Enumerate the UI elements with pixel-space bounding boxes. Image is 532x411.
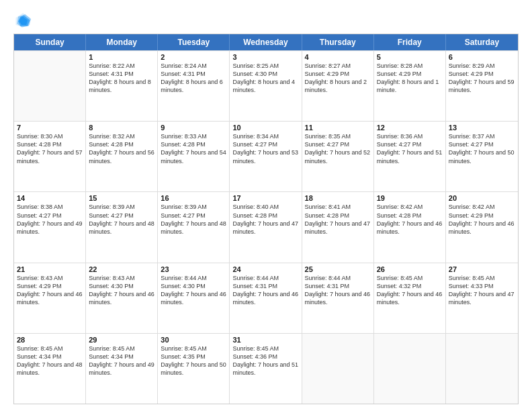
cal-cell: 19Sunrise: 8:42 AMSunset: 4:28 PMDayligh… (374, 192, 446, 262)
cal-cell: 28Sunrise: 8:45 AMSunset: 4:34 PMDayligh… (14, 334, 86, 404)
cell-info: Sunrise: 8:24 AMSunset: 4:31 PMDaylight:… (161, 62, 226, 95)
header-day-thursday: Thursday (302, 34, 374, 50)
day-number: 8 (89, 124, 154, 132)
cal-cell: 23Sunrise: 8:44 AMSunset: 4:30 PMDayligh… (158, 263, 230, 333)
day-number: 13 (449, 124, 515, 132)
cell-info: Sunrise: 8:35 AMSunset: 4:27 PMDaylight:… (305, 132, 371, 165)
day-number: 19 (377, 194, 443, 202)
day-number: 16 (161, 194, 226, 202)
cal-cell: 9Sunrise: 8:33 AMSunset: 4:28 PMDaylight… (158, 122, 230, 191)
cell-info: Sunrise: 8:44 AMSunset: 4:30 PMDaylight:… (161, 274, 226, 307)
day-number: 23 (161, 265, 226, 273)
cell-info: Sunrise: 8:33 AMSunset: 4:28 PMDaylight:… (161, 132, 226, 165)
cell-info: Sunrise: 8:32 AMSunset: 4:28 PMDaylight:… (89, 132, 154, 165)
day-number: 25 (305, 265, 371, 273)
cal-cell: 15Sunrise: 8:39 AMSunset: 4:27 PMDayligh… (86, 192, 158, 262)
cal-cell: 7Sunrise: 8:30 AMSunset: 4:28 PMDaylight… (14, 122, 86, 191)
day-number: 7 (17, 124, 83, 132)
cell-info: Sunrise: 8:45 AMSunset: 4:34 PMDaylight:… (89, 345, 154, 377)
header-day-sunday: Sunday (14, 34, 86, 50)
header-day-wednesday: Wednesday (230, 34, 302, 50)
header (13, 11, 519, 30)
cal-cell: 17Sunrise: 8:40 AMSunset: 4:28 PMDayligh… (230, 192, 302, 262)
day-number: 3 (232, 53, 298, 61)
calendar-header: SundayMondayTuesdayWednesdayThursdayFrid… (14, 34, 518, 50)
cal-cell: 2Sunrise: 8:24 AMSunset: 4:31 PMDaylight… (158, 51, 230, 121)
cell-info: Sunrise: 8:41 AMSunset: 4:28 PMDaylight:… (305, 203, 371, 236)
cell-info: Sunrise: 8:40 AMSunset: 4:28 PMDaylight:… (232, 203, 298, 236)
calendar-page: SundayMondayTuesdayWednesdayThursdayFrid… (0, 0, 532, 411)
day-number: 1 (89, 53, 154, 61)
cal-cell: 13Sunrise: 8:37 AMSunset: 4:27 PMDayligh… (446, 122, 518, 191)
cal-cell: 30Sunrise: 8:45 AMSunset: 4:35 PMDayligh… (158, 334, 230, 404)
day-number: 11 (305, 124, 371, 132)
cal-cell: 16Sunrise: 8:39 AMSunset: 4:27 PMDayligh… (158, 192, 230, 262)
cell-info: Sunrise: 8:22 AMSunset: 4:31 PMDaylight:… (89, 62, 154, 95)
cal-cell: 24Sunrise: 8:44 AMSunset: 4:31 PMDayligh… (230, 263, 302, 333)
cal-cell: 12Sunrise: 8:36 AMSunset: 4:27 PMDayligh… (374, 122, 446, 191)
day-number: 18 (305, 194, 371, 202)
day-number: 17 (232, 194, 298, 202)
day-number: 20 (449, 194, 515, 202)
cell-info: Sunrise: 8:27 AMSunset: 4:29 PMDaylight:… (305, 62, 371, 95)
cal-cell (302, 334, 374, 404)
cal-cell: 11Sunrise: 8:35 AMSunset: 4:27 PMDayligh… (302, 122, 374, 191)
cell-info: Sunrise: 8:29 AMSunset: 4:29 PMDaylight:… (449, 62, 515, 95)
cell-info: Sunrise: 8:42 AMSunset: 4:29 PMDaylight:… (449, 203, 515, 236)
cell-info: Sunrise: 8:25 AMSunset: 4:30 PMDaylight:… (232, 62, 298, 95)
day-number: 5 (377, 53, 443, 61)
cell-info: Sunrise: 8:30 AMSunset: 4:28 PMDaylight:… (17, 132, 83, 165)
calendar: SundayMondayTuesdayWednesdayThursdayFrid… (13, 34, 519, 404)
cal-cell: 10Sunrise: 8:34 AMSunset: 4:27 PMDayligh… (230, 122, 302, 191)
day-number: 30 (161, 336, 226, 344)
day-number: 31 (232, 336, 298, 344)
cell-info: Sunrise: 8:42 AMSunset: 4:28 PMDaylight:… (377, 203, 443, 236)
day-number: 9 (161, 124, 226, 132)
cell-info: Sunrise: 8:37 AMSunset: 4:27 PMDaylight:… (449, 132, 515, 165)
cell-info: Sunrise: 8:34 AMSunset: 4:27 PMDaylight:… (232, 132, 298, 165)
logo (13, 11, 35, 30)
week-row-3: 14Sunrise: 8:38 AMSunset: 4:27 PMDayligh… (14, 191, 518, 262)
cal-cell: 20Sunrise: 8:42 AMSunset: 4:29 PMDayligh… (446, 192, 518, 262)
cell-info: Sunrise: 8:44 AMSunset: 4:31 PMDaylight:… (305, 274, 371, 307)
week-row-1: 1Sunrise: 8:22 AMSunset: 4:31 PMDaylight… (14, 50, 518, 121)
day-number: 14 (17, 194, 83, 202)
cal-cell: 21Sunrise: 8:43 AMSunset: 4:29 PMDayligh… (14, 263, 86, 333)
cal-cell: 25Sunrise: 8:44 AMSunset: 4:31 PMDayligh… (302, 263, 374, 333)
cal-cell: 6Sunrise: 8:29 AMSunset: 4:29 PMDaylight… (446, 51, 518, 121)
header-day-monday: Monday (86, 34, 158, 50)
day-number: 22 (89, 265, 154, 273)
cal-cell: 29Sunrise: 8:45 AMSunset: 4:34 PMDayligh… (86, 334, 158, 404)
day-number: 2 (161, 53, 226, 61)
cell-info: Sunrise: 8:43 AMSunset: 4:29 PMDaylight:… (17, 274, 83, 307)
header-day-friday: Friday (374, 34, 446, 50)
cal-cell: 8Sunrise: 8:32 AMSunset: 4:28 PMDaylight… (86, 122, 158, 191)
day-number: 29 (89, 336, 154, 344)
day-number: 24 (232, 265, 298, 273)
cal-cell: 31Sunrise: 8:45 AMSunset: 4:36 PMDayligh… (230, 334, 302, 404)
day-number: 15 (89, 194, 154, 202)
week-row-5: 28Sunrise: 8:45 AMSunset: 4:34 PMDayligh… (14, 333, 518, 404)
cell-info: Sunrise: 8:28 AMSunset: 4:29 PMDaylight:… (377, 62, 443, 95)
logo-icon (13, 11, 32, 30)
cell-info: Sunrise: 8:45 AMSunset: 4:34 PMDaylight:… (17, 345, 83, 377)
cal-cell: 26Sunrise: 8:45 AMSunset: 4:32 PMDayligh… (374, 263, 446, 333)
cal-cell: 3Sunrise: 8:25 AMSunset: 4:30 PMDaylight… (230, 51, 302, 121)
cell-info: Sunrise: 8:39 AMSunset: 4:27 PMDaylight:… (89, 203, 154, 236)
cal-cell: 18Sunrise: 8:41 AMSunset: 4:28 PMDayligh… (302, 192, 374, 262)
week-row-2: 7Sunrise: 8:30 AMSunset: 4:28 PMDaylight… (14, 121, 518, 191)
cal-cell (446, 334, 518, 404)
cell-info: Sunrise: 8:45 AMSunset: 4:32 PMDaylight:… (377, 274, 443, 307)
calendar-body: 1Sunrise: 8:22 AMSunset: 4:31 PMDaylight… (14, 50, 518, 404)
header-day-saturday: Saturday (446, 34, 518, 50)
day-number: 26 (377, 265, 443, 273)
cell-info: Sunrise: 8:44 AMSunset: 4:31 PMDaylight:… (232, 274, 298, 307)
cell-info: Sunrise: 8:39 AMSunset: 4:27 PMDaylight:… (161, 203, 226, 236)
cal-cell: 4Sunrise: 8:27 AMSunset: 4:29 PMDaylight… (302, 51, 374, 121)
cal-cell: 27Sunrise: 8:45 AMSunset: 4:33 PMDayligh… (446, 263, 518, 333)
week-row-4: 21Sunrise: 8:43 AMSunset: 4:29 PMDayligh… (14, 263, 518, 333)
cell-info: Sunrise: 8:43 AMSunset: 4:30 PMDaylight:… (89, 274, 154, 307)
cell-info: Sunrise: 8:45 AMSunset: 4:35 PMDaylight:… (161, 345, 226, 377)
cal-cell (374, 334, 446, 404)
day-number: 4 (305, 53, 371, 61)
